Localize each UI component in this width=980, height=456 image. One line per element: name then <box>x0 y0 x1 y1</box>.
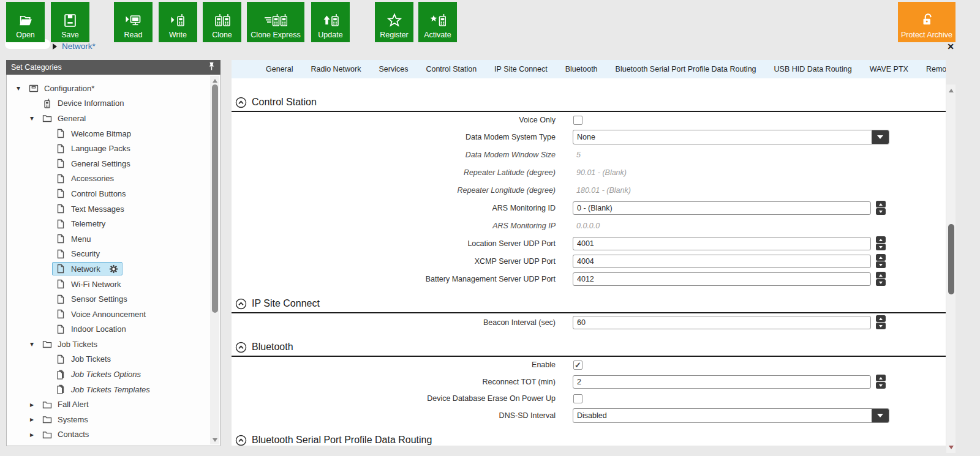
stepper-down-icon[interactable] <box>876 208 886 215</box>
tree-item-content[interactable]: Systems <box>39 413 92 426</box>
chevron-down-icon[interactable] <box>872 408 889 423</box>
sidebar-scrollbar-thumb[interactable] <box>212 84 218 313</box>
tree-item-general-settings[interactable]: General Settings <box>7 156 202 171</box>
chevron-down-icon[interactable] <box>872 130 889 144</box>
document-tab[interactable]: Network* <box>53 42 96 51</box>
tree-item-content[interactable]: General Settings <box>52 157 135 170</box>
tab-remote-log[interactable]: Remote Log <box>926 65 946 73</box>
tree-item-content[interactable]: Text Messages <box>52 202 129 215</box>
chevron-right-icon[interactable]: ▸ <box>25 430 39 439</box>
tree-item-content[interactable]: Control Buttons <box>52 187 130 200</box>
tab-ip-site-connect[interactable]: IP Site Connect <box>494 65 548 73</box>
tree-item-content[interactable]: Menu <box>52 232 96 245</box>
stepper-down-icon[interactable] <box>876 261 886 268</box>
tab-usb-hid-data-routing[interactable]: USB HID Data Routing <box>774 65 852 73</box>
chevron-right-icon[interactable]: ▸ <box>25 415 39 424</box>
save-button[interactable]: Save <box>51 2 89 42</box>
chevron-down-icon[interactable]: ▾ <box>12 84 25 92</box>
collapse-chevron-icon[interactable] <box>235 342 247 353</box>
tree-item-content[interactable]: Job Tickets <box>39 337 102 351</box>
tree-item-accessories[interactable]: Accessories <box>7 171 202 187</box>
tab-wave-ptx[interactable]: WAVE PTX <box>870 65 908 73</box>
tree-item-content[interactable]: Job Tickets Options <box>52 368 145 381</box>
tree-item-welcome-bitmap[interactable]: Welcome Bitmap <box>7 126 202 141</box>
tree-item-text-messages[interactable]: Text Messages <box>7 201 202 217</box>
tree-item-voice-announcement[interactable]: Voice Announcement <box>7 307 202 322</box>
stepper-up-icon[interactable] <box>876 254 886 261</box>
sidebar-scrollbar[interactable] <box>210 76 219 444</box>
tree-item-control-buttons[interactable]: Control Buttons <box>7 186 202 201</box>
update-button[interactable]: Update <box>311 2 350 42</box>
dns-sd-interval-dropdown[interactable]: Disabled <box>573 408 889 423</box>
tree-item-telemetry[interactable]: Telemetry <box>7 216 202 231</box>
chevron-down-icon[interactable]: ▾ <box>25 340 39 348</box>
tree-item-content[interactable]: Job Tickets Templates <box>52 383 154 396</box>
stepper-up-icon[interactable] <box>876 201 886 207</box>
tab-bluetooth-serial-port-profile-data-routing[interactable]: Bluetooth Serial Port Profile Data Routi… <box>616 65 756 73</box>
tree-item-content[interactable]: Accessories <box>52 172 118 185</box>
tree-item-job-tickets[interactable]: ▾Job Tickets <box>7 337 202 352</box>
stepper-down-icon[interactable] <box>876 244 886 250</box>
tree-item-content[interactable]: Voice Announcement <box>52 307 150 321</box>
open-button[interactable]: Open <box>6 2 45 42</box>
close-icon[interactable]: ✕ <box>947 42 954 51</box>
tree-item-content[interactable]: Device Information <box>39 97 128 110</box>
stepper-down-icon[interactable] <box>876 382 886 389</box>
tree-item-device-information[interactable]: Device Information <box>7 96 202 111</box>
tree-item-content[interactable]: Indoor Location <box>52 323 130 336</box>
tree-item-content[interactable]: Fall Alert <box>39 398 93 411</box>
tree-item-job-tickets[interactable]: Job Tickets <box>7 352 202 367</box>
tree-item-content[interactable]: Sensor Settings <box>52 293 132 306</box>
read-button[interactable]: Read <box>114 2 153 42</box>
clone-button[interactable]: Clone <box>203 2 241 42</box>
voice-only-checkbox[interactable] <box>573 116 582 125</box>
tree-item-general[interactable]: ▾General <box>7 111 202 126</box>
tree-item-language-packs[interactable]: Language Packs <box>7 141 202 156</box>
tree-item-content[interactable]: Language Packs <box>52 142 135 155</box>
collapse-chevron-icon[interactable] <box>235 435 247 446</box>
scroll-down-icon[interactable] <box>946 443 956 452</box>
tree-item-job-tickets-options[interactable]: Job Tickets Options <box>7 367 202 382</box>
stepper-up-icon[interactable] <box>876 375 886 381</box>
collapse-chevron-icon[interactable] <box>235 97 247 108</box>
activate-button[interactable]: Activate <box>418 2 457 42</box>
tab-bluetooth[interactable]: Bluetooth <box>565 65 598 73</box>
tree-item-configuration[interactable]: ▾Configuration* <box>7 81 202 96</box>
enable-checkbox[interactable]: ✓ <box>573 361 582 370</box>
tree-item-wi-fi-network[interactable]: Wi-Fi Network <box>7 277 202 292</box>
tree-item-menu[interactable]: Menu <box>7 231 202 247</box>
tree-item-selected-highlight[interactable]: Network <box>52 262 123 275</box>
ars-monitoring-id-input[interactable] <box>573 201 871 215</box>
scroll-down-icon[interactable] <box>210 435 219 444</box>
reconnect-tot-min-input[interactable] <box>573 375 871 389</box>
tree-item-content[interactable]: Job Tickets <box>52 353 115 366</box>
tab-control-station[interactable]: Control Station <box>426 65 477 73</box>
data-modem-system-type-dropdown[interactable]: None <box>573 130 889 144</box>
chevron-down-icon[interactable]: ▾ <box>25 114 39 122</box>
scroll-up-icon[interactable] <box>946 86 956 95</box>
tree-item-content[interactable]: Telemetry <box>52 217 110 231</box>
gear-icon[interactable] <box>109 264 118 274</box>
location-server-udp-port-input[interactable] <box>573 237 871 250</box>
tree-item-content[interactable]: Welcome Bitmap <box>52 127 135 140</box>
stepper-up-icon[interactable] <box>876 236 886 243</box>
tree-item-fall-alert[interactable]: ▸Fall Alert <box>7 397 202 412</box>
scroll-up-icon[interactable] <box>210 76 219 85</box>
tab-general[interactable]: General <box>266 65 293 73</box>
collapse-chevron-icon[interactable] <box>235 298 247 310</box>
tree-item-network[interactable]: Network <box>7 261 202 277</box>
tree-item-content[interactable]: Wi-Fi Network <box>52 277 126 291</box>
main-scrollbar-thumb[interactable] <box>948 224 954 294</box>
tree-item-job-tickets-templates[interactable]: Job Tickets Templates <box>7 382 202 397</box>
device-database-erase-on-power-up-checkbox[interactable] <box>573 394 582 403</box>
write-button[interactable]: Write <box>159 2 197 42</box>
stepper-down-icon[interactable] <box>876 323 886 329</box>
register-button[interactable]: Register <box>375 2 413 42</box>
pin-icon[interactable] <box>208 62 216 73</box>
clone-express-button[interactable]: Clone Express <box>247 2 304 42</box>
tab-services[interactable]: Services <box>379 65 408 73</box>
tree-item-content[interactable]: General <box>39 111 90 125</box>
tree-item-contacts[interactable]: ▸Contacts <box>7 427 202 443</box>
tree-item-security[interactable]: Security <box>7 247 202 262</box>
tree-item-content[interactable]: Configuration* <box>25 81 99 95</box>
